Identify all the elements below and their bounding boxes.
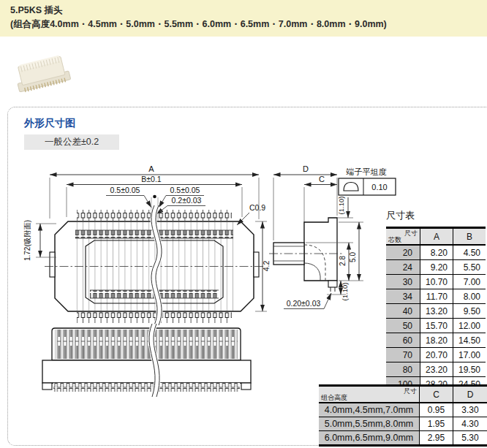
b-cell: 7.00 [453,275,486,289]
flatness-value: 0.10 [371,183,387,191]
flatness-label: 端子平坦度 [346,167,387,176]
a-cell: 20.70 [420,348,453,362]
a-cell: 10.70 [420,275,453,289]
dim-suction-face-label: 1.72(吸附面) [23,220,31,261]
col-header-b: B [453,228,486,246]
table-header-row: 尺寸 芯数 A B [386,228,486,246]
dim-body-depth-label: 4.2 [262,261,271,272]
dim-110-bottom-label: (1.10) [341,283,349,301]
pins-cell: 80 [386,362,420,377]
pins-cell: 40 [386,304,420,319]
table-row: 8023.2019.50 [386,362,486,377]
dim-pitch-left-label: 0.5±0.05 [110,186,140,194]
page-subtitle: (组合高度4.0mm・4.5mm・5.0mm・5.5mm・6.0mm・6.5mm… [10,18,387,31]
col-header-c: C [420,386,453,403]
c-cell: 1.95 [420,417,453,431]
diagonal-header-cell: 尺寸 组合高度 [319,386,420,403]
pins-cell: 30 [386,275,420,289]
a-cell: 23.20 [420,362,453,377]
corner-label-size: 尺寸 [404,229,418,237]
page-title: 5.P5KS 插头 [10,4,63,17]
top-view: A B±0.1 0.5±0.05 0.5±0.05 0.2±0.03 [23,164,271,325]
b-cell: 9.50 [453,304,486,319]
dim-pitch-right-label: 0.5±0.05 [170,186,200,194]
pins-cell: 34 [386,289,420,304]
product-photo [7,45,77,101]
col-header-d: D [453,386,487,403]
chamfer-label: C0.9 [249,203,265,212]
a-cell: 13.20 [420,304,453,319]
pins-cell: 60 [386,333,420,348]
d-cell: 4.30 [453,417,487,431]
table-row: 4013.209.50 [386,304,486,319]
b-cell: 12.00 [453,319,486,333]
corner-label-pins: 芯数 [388,236,401,243]
table-row: 4.0mm,4.5mm,7.0mm0.953.30 [319,403,487,417]
a-cell: 18.20 [420,333,453,348]
a-cell: 8.20 [420,245,453,260]
height-cell: 6.0mm,6.5mm,9.0mm [319,431,420,446]
dim-28-label: 2.8 [339,256,347,266]
dim-d-label: D [303,164,309,173]
d-cell: 5.30 [453,431,487,446]
c-cell: 0.95 [420,403,453,417]
table-row: 3010.707.00 [386,275,486,289]
height-cell: 4.0mm,4.5mm,7.0mm [319,403,420,417]
b-cell: 4.50 [453,245,486,260]
dim-b-label: B±0.1 [141,175,162,183]
corner-label-height: 组合高度 [321,394,347,401]
table-row: 5015.7012.00 [386,319,486,333]
col-header-a: A [420,228,453,246]
b-cell: 5.50 [453,260,486,275]
a-cell: 11.70 [420,289,453,304]
table-header-row: 尺寸 组合高度 C D [319,386,487,403]
dim-110-top-label: (1.10) [337,197,345,215]
dim-a-label: A [148,164,154,173]
dim-pad-label: 0.2±0.03 [172,196,202,205]
table-row: 3411.708.00 [386,289,486,304]
table-row: 7020.7017.00 [386,348,486,362]
corner-label-size: 尺寸 [404,387,417,395]
b-cell: 8.00 [453,289,486,304]
table-row: 6.0mm,6.5mm,9.0mm2.955.30 [319,431,487,446]
table-row: 6018.2014.50 [386,333,486,348]
b-cell: 17.00 [453,348,486,362]
a-cell: 9.20 [420,260,453,275]
dim-standoff-label: 0.20±0.03 [287,299,321,308]
table-row: 5.0mm,5.5mm,8.0mm1.954.30 [319,417,487,431]
d-cell: 3.30 [453,403,487,417]
pins-cell: 20 [386,245,420,260]
dim-50-label: 5.0 [349,252,357,262]
side-view: D C 端子平坦度 0.10 [269,164,396,309]
b-cell: 14.50 [453,333,486,348]
size-table-title: 尺寸表 [386,209,415,222]
pins-cell: 24 [386,260,420,275]
header-band: 5.P5KS 插头 (组合高度4.0mm・4.5mm・5.0mm・5.5mm・6… [0,0,487,37]
table-row: 208.204.50 [386,245,486,260]
pins-cell: 70 [386,348,420,362]
table-row: 249.205.50 [386,260,486,275]
datasheet-page: 5.P5KS 插头 (组合高度4.0mm・4.5mm・5.0mm・5.5mm・6… [0,0,487,448]
connector-photo-body [13,54,71,94]
dim-c-label: C [319,175,325,183]
stack-height-table: 尺寸 组合高度 C D 4.0mm,4.5mm,7.0mm0.953.30 5.… [319,384,487,447]
b-cell: 19.50 [453,362,486,377]
size-table: 尺寸 芯数 A B 208.204.50 249.205.50 3010.707… [386,227,486,393]
diagonal-header-cell: 尺寸 芯数 [386,228,420,246]
pins-cell: 50 [386,319,420,333]
height-cell: 5.0mm,5.5mm,8.0mm [319,417,420,431]
dimension-panel: 外形尺寸图 一般公差±0.2 [7,107,487,446]
c-cell: 2.95 [420,431,453,446]
a-cell: 15.70 [420,319,453,333]
front-view [42,324,251,397]
terminal-flatness-callout: 端子平坦度 0.10 [339,167,396,195]
